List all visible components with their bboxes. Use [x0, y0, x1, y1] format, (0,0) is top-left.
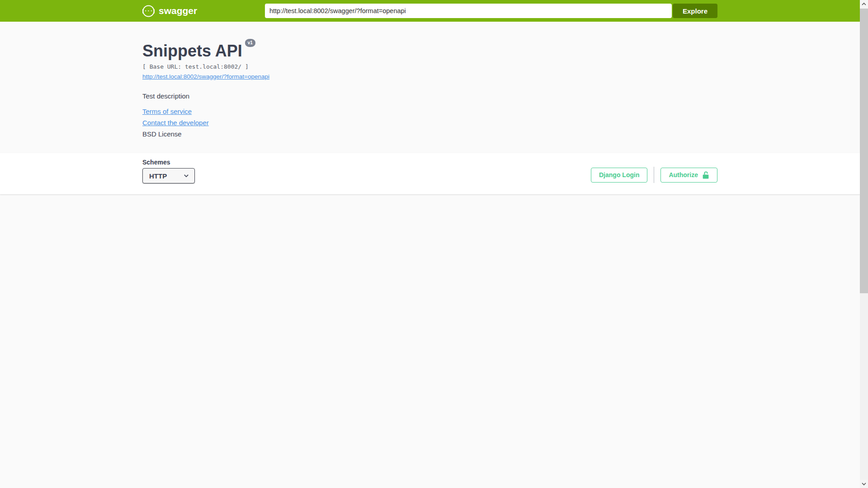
auth-wrapper: Django Login Authorize [591, 167, 717, 183]
scroll-down-icon [862, 482, 866, 486]
django-login-button[interactable]: Django Login [591, 168, 647, 183]
chevron-down-icon [183, 173, 189, 179]
topbar: {···} swagger Explore [0, 0, 860, 22]
scheme-container: Schemes HTTP Django Login Authorize [0, 153, 860, 194]
api-title-text: Snippets API [142, 42, 242, 60]
base-url: [ Base URL: test.local:8002/ ] [142, 63, 717, 70]
api-description: Test description [142, 92, 717, 100]
license-label: BSD License [142, 130, 717, 138]
spec-url-input[interactable] [265, 4, 672, 18]
authorize-button[interactable]: Authorize [660, 168, 717, 183]
terms-of-service-link[interactable]: Terms of service [142, 108, 192, 115]
info-section: Snippets APIv1 [ Base URL: test.local:80… [0, 22, 860, 153]
button-divider [654, 167, 654, 183]
spec-link[interactable]: http://test.local:8002/swagger/?format=o… [142, 73, 269, 80]
version-badge: v1 [245, 39, 255, 47]
schemes-select[interactable]: HTTP [142, 168, 195, 183]
explore-button[interactable]: Explore [673, 4, 717, 18]
unlock-icon [702, 171, 709, 179]
schemes-group: Schemes HTTP [142, 159, 195, 183]
schemes-label: Schemes [142, 159, 195, 166]
swagger-logo[interactable]: {···} swagger [142, 5, 197, 17]
svg-text:{···}: {···} [142, 8, 155, 14]
django-login-label: Django Login [599, 171, 639, 178]
scrollbar-up-button[interactable] [860, 0, 868, 8]
page-title: Snippets APIv1 [142, 42, 717, 61]
schemes-selected-value: HTTP [149, 172, 167, 180]
scroll-up-icon [862, 2, 866, 6]
authorize-label: Authorize [669, 171, 698, 178]
swagger-logo-icon: {···} [142, 5, 155, 17]
vertical-scrollbar[interactable] [860, 0, 868, 488]
contact-developer-link[interactable]: Contact the developer [142, 119, 209, 127]
scrollbar-down-button[interactable] [860, 480, 868, 488]
scrollbar-thumb[interactable] [860, 9, 868, 293]
download-url-wrapper: Explore [265, 4, 717, 18]
brand-label: swagger [159, 5, 197, 16]
